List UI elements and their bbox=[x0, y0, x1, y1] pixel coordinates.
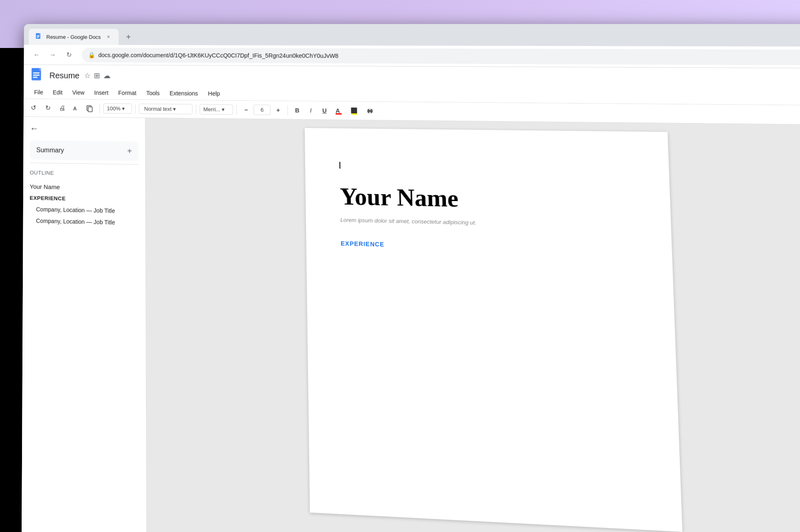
svg-text:A: A bbox=[336, 107, 340, 114]
font-arrow-icon: ▾ bbox=[222, 106, 225, 113]
document-area: Your Name Lorem ipsum dolor sit amet, co… bbox=[146, 118, 800, 532]
link-icon bbox=[366, 107, 374, 115]
clone-format-button[interactable] bbox=[83, 102, 96, 115]
sidebar-summary-section: Summary + bbox=[30, 140, 139, 161]
svg-rect-13 bbox=[336, 113, 342, 114]
docs-body: ← Summary + Outline Your Name EXPERIENCE… bbox=[22, 117, 800, 532]
toolbar-divider-1 bbox=[100, 104, 100, 113]
google-docs-logo bbox=[30, 68, 44, 82]
docs-document-title[interactable]: Resume bbox=[50, 71, 80, 80]
toolbar-divider-3 bbox=[196, 104, 196, 114]
browser-tab[interactable]: Resume - Google Docs × bbox=[29, 29, 119, 45]
italic-button[interactable]: I bbox=[305, 104, 317, 116]
highlight-icon bbox=[350, 107, 358, 114]
outline-item-job-2[interactable]: Company, Location — Job Title bbox=[30, 215, 139, 229]
paint-format-icon: A bbox=[72, 104, 80, 112]
text-color-icon: A bbox=[335, 107, 343, 114]
sidebar-divider bbox=[30, 163, 139, 165]
svg-rect-2 bbox=[37, 35, 40, 36]
folder-icon[interactable]: ⊞ bbox=[94, 71, 100, 80]
redo-button[interactable]: ↻ bbox=[41, 102, 54, 115]
forward-button[interactable]: → bbox=[46, 48, 59, 61]
font-minus-button[interactable]: − bbox=[240, 104, 252, 116]
tab-title: Resume - Google Docs bbox=[46, 34, 101, 40]
docs-title-icons: ☆ ⊞ ☁ bbox=[84, 71, 111, 80]
svg-rect-4 bbox=[37, 37, 39, 38]
sidebar-summary-title: Summary bbox=[36, 146, 64, 154]
svg-rect-6 bbox=[33, 72, 40, 74]
undo-button[interactable]: ↺ bbox=[27, 101, 40, 114]
paint-format-button[interactable]: A bbox=[70, 102, 82, 114]
toolbar-divider-4 bbox=[236, 105, 237, 115]
style-arrow-icon: ▾ bbox=[173, 106, 176, 112]
text-color-button[interactable]: A bbox=[332, 104, 346, 118]
zoom-value: 100% bbox=[107, 106, 120, 112]
clone-format-icon bbox=[86, 105, 93, 112]
experience-section-heading: EXPERIENCE bbox=[341, 240, 635, 253]
toolbar-divider-5 bbox=[287, 105, 288, 115]
sidebar-add-button[interactable]: + bbox=[127, 146, 132, 156]
font-plus-button[interactable]: + bbox=[272, 104, 284, 116]
url-text: docs.google.com/document/d/1Q6-tJtK6KUyC… bbox=[98, 52, 338, 59]
svg-rect-15 bbox=[351, 113, 357, 114]
underline-button[interactable]: U bbox=[318, 105, 330, 116]
address-bar: ← → ↻ 🔒 docs.google.com/document/d/1Q6-t… bbox=[24, 45, 800, 68]
refresh-button[interactable]: ↻ bbox=[62, 48, 75, 61]
font-size-input[interactable]: 6 bbox=[254, 105, 270, 115]
sidebar-outline-label: Outline bbox=[30, 169, 138, 177]
link-button[interactable] bbox=[363, 104, 377, 118]
svg-text:A: A bbox=[73, 106, 77, 111]
back-button[interactable]: ← bbox=[30, 48, 43, 61]
svg-rect-1 bbox=[36, 33, 39, 39]
resume-name-heading[interactable]: Your Name bbox=[340, 184, 634, 215]
star-icon[interactable]: ☆ bbox=[84, 71, 91, 80]
svg-rect-11 bbox=[88, 107, 92, 112]
sidebar: ← Summary + Outline Your Name EXPERIENCE… bbox=[22, 117, 147, 532]
style-value: Normal text bbox=[144, 106, 172, 112]
svg-rect-14 bbox=[351, 107, 357, 113]
menu-view[interactable]: View bbox=[68, 87, 88, 98]
doc-page[interactable]: Your Name Lorem ipsum dolor sit amet, co… bbox=[305, 128, 682, 532]
browser-window: Resume - Google Docs × + ← → ↻ 🔒 docs.go… bbox=[22, 24, 800, 532]
tab-close-button[interactable]: × bbox=[105, 33, 112, 40]
url-bar[interactable]: 🔒 docs.google.com/document/d/1Q6-tJtK6KU… bbox=[82, 48, 800, 65]
font-value: Merri... bbox=[203, 106, 220, 113]
svg-rect-3 bbox=[37, 36, 40, 37]
font-dropdown[interactable]: Merri... ▾ bbox=[200, 104, 233, 115]
menu-extensions[interactable]: Extensions bbox=[166, 88, 202, 99]
bold-button[interactable]: B bbox=[291, 104, 303, 116]
toolbar-divider-2 bbox=[135, 104, 136, 114]
sidebar-back-button[interactable]: ← bbox=[30, 123, 138, 135]
zoom-arrow-icon: ▾ bbox=[122, 106, 125, 112]
zoom-control[interactable]: 100% ▾ bbox=[103, 103, 132, 114]
cloud-icon[interactable]: ☁ bbox=[104, 71, 111, 80]
highlight-button[interactable] bbox=[348, 104, 362, 118]
nav-buttons: ← → ↻ bbox=[30, 48, 76, 62]
svg-rect-8 bbox=[33, 77, 38, 78]
menu-format[interactable]: Format bbox=[114, 87, 140, 99]
menu-edit[interactable]: Edit bbox=[49, 87, 67, 98]
menu-insert[interactable]: Insert bbox=[90, 87, 112, 99]
menu-tools[interactable]: Tools bbox=[142, 87, 164, 99]
menu-file[interactable]: File bbox=[30, 87, 47, 98]
svg-rect-7 bbox=[33, 75, 40, 76]
lock-icon: 🔒 bbox=[88, 52, 95, 58]
text-cursor bbox=[340, 162, 340, 169]
menu-help[interactable]: Help bbox=[204, 88, 224, 100]
tab-bar: Resume - Google Docs × + bbox=[24, 24, 800, 47]
new-tab-button[interactable]: + bbox=[122, 30, 135, 43]
lorem-ipsum-text: Lorem ipsum dolor sit amet, consectetur … bbox=[340, 217, 634, 229]
docs-app: Resume ☆ ⊞ ☁ File Edit View Insert Forma… bbox=[22, 65, 800, 532]
docs-favicon-icon bbox=[35, 33, 42, 40]
style-dropdown[interactable]: Normal text ▾ bbox=[139, 104, 192, 114]
print-button[interactable]: 🖨 bbox=[56, 102, 68, 115]
